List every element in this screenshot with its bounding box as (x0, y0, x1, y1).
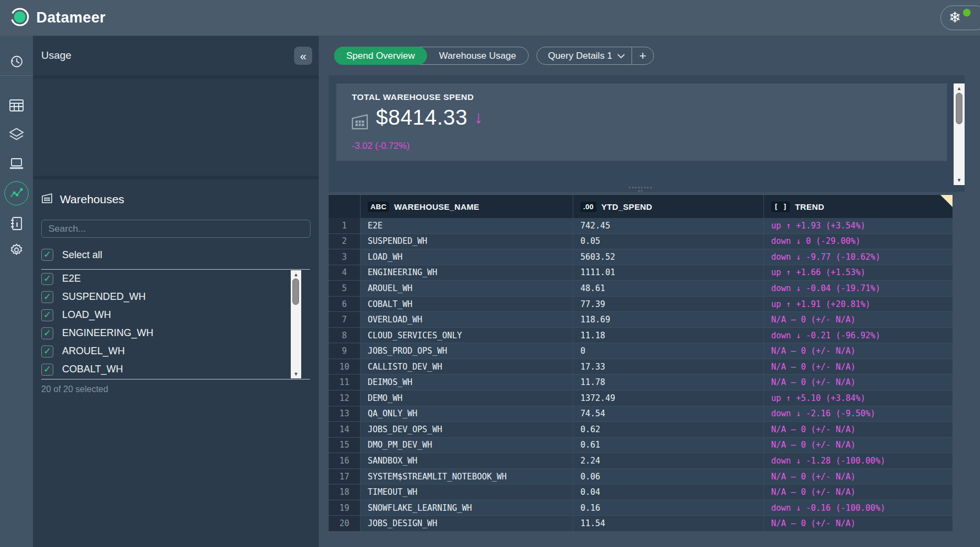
table-row[interactable]: 10 CALLISTO_DEV_WH 17.33 N/A – 0 (+/- N/… (329, 359, 953, 375)
table-row[interactable]: 2 SUSPENDED_WH 0.05 down ↓ 0 (-29.00%) (329, 234, 953, 250)
panel-scrollbar[interactable]: ▲ ▼ (954, 83, 965, 185)
table-row[interactable]: 18 TIMEOUT_WH 0.04 N/A – 0 (+/- N/A) (329, 484, 953, 500)
trend-cell[interactable]: N/A – 0 (+/- N/A) (764, 422, 953, 437)
ytd-spend-cell[interactable]: 17.33 (573, 359, 764, 375)
ytd-spend-cell[interactable]: 0.16 (573, 500, 764, 516)
trend-cell[interactable]: up ↑ +1.91 (+20.81%) (764, 297, 953, 312)
warehouse-list-item[interactable]: ✓ LOAD_WH (41, 306, 310, 324)
tab-warehouse-usage[interactable]: Warehouse Usage (427, 51, 528, 62)
ytd-spend-cell[interactable]: 5603.52 (573, 249, 764, 265)
warehouse-name-cell[interactable]: CLOUD_SERVICES_ONLY (361, 328, 573, 343)
ytd-spend-cell[interactable]: 77.39 (573, 297, 764, 312)
datasets-icon[interactable] (0, 93, 33, 118)
warehouse-name-cell[interactable]: SYSTEM$STREAMLIT_NOTEBOOK_WH (361, 469, 573, 484)
ytd-spend-cell[interactable]: 0.06 (573, 469, 764, 484)
ytd-spend-cell[interactable]: 742.45 (573, 218, 764, 233)
trend-cell[interactable]: down ↓ -1.28 (-100.00%) (764, 453, 953, 468)
sidebar-nav-item[interactable] (41, 146, 319, 170)
warehouse-name-cell[interactable]: AROUEL_WH (361, 281, 573, 296)
trend-cell[interactable]: N/A – 0 (+/- N/A) (764, 516, 953, 531)
ytd-spend-cell[interactable]: 74.54 (573, 406, 764, 422)
warehouse-name-cell[interactable]: JOBS_DESIGN_WH (361, 516, 573, 531)
trend-cell[interactable]: N/A – 0 (+/- N/A) (764, 484, 953, 500)
table-row[interactable]: 3 LOAD_WH 5603.52 down ↓ -9.77 (-10.62%) (329, 249, 953, 265)
trend-cell[interactable]: N/A – 0 (+/- N/A) (764, 359, 953, 375)
warehouse-search-input[interactable] (41, 220, 311, 238)
add-tab-button[interactable]: + (632, 49, 654, 63)
trend-cell[interactable]: down ↓ 0 (-29.00%) (764, 234, 953, 249)
panel-resize-handle[interactable] (628, 187, 652, 192)
ytd-spend-cell[interactable]: 2.24 (573, 453, 764, 468)
table-row[interactable]: 19 SNOWFLAKE_LEARNING_WH 0.16 down ↓ -0.… (329, 500, 953, 516)
ytd-spend-cell[interactable]: 48.61 (573, 281, 764, 296)
ytd-spend-cell[interactable]: 0.05 (573, 234, 764, 249)
trend-cell[interactable]: down ↓ -0.16 (-100.00%) (764, 500, 953, 516)
history-icon[interactable] (0, 49, 33, 74)
column-header-trend[interactable]: [ ] TREND (764, 195, 953, 218)
ytd-spend-cell[interactable]: 11.54 (573, 516, 764, 531)
scrollbar-thumb[interactable] (956, 93, 962, 124)
warehouse-list-item[interactable]: ✓ E2E (41, 270, 310, 288)
trend-cell[interactable]: N/A – 0 (+/- N/A) (764, 312, 953, 327)
notebook-icon[interactable] (0, 211, 33, 236)
scroll-up-icon[interactable]: ▲ (291, 272, 301, 277)
warehouse-list-item[interactable]: ✓ COBALT_WH (41, 360, 310, 378)
warehouse-name-cell[interactable]: OVERLOAD_WH (361, 312, 573, 327)
table-row[interactable]: 6 COBALT_WH 77.39 up ↑ +1.91 (+20.81%) (329, 297, 953, 312)
trend-cell[interactable]: N/A – 0 (+/- N/A) (764, 469, 953, 484)
warehouse-name-cell[interactable]: SANDBOX_WH (361, 453, 573, 468)
trend-cell[interactable]: up ↑ +1.93 (+3.54%) (764, 218, 953, 233)
column-header-warehouse-name[interactable]: ABC WAREHOUSE_NAME (361, 195, 573, 218)
warehouse-list-item[interactable]: ✓ AROUEL_WH (41, 342, 310, 360)
table-row[interactable]: 15 DMO_PM_DEV_WH 0.61 N/A – 0 (+/- N/A) (329, 438, 953, 454)
scroll-down-icon[interactable]: ▼ (954, 177, 965, 183)
ytd-spend-cell[interactable]: 0.62 (573, 422, 764, 437)
table-row[interactable]: 17 SYSTEM$STREAMLIT_NOTEBOOK_WH 0.06 N/A… (329, 469, 953, 485)
analytics-icon-active[interactable] (0, 181, 33, 205)
ytd-spend-cell[interactable]: 11.18 (573, 328, 764, 343)
ytd-spend-cell[interactable]: 1111.01 (573, 265, 764, 281)
ytd-spend-cell[interactable]: 0.61 (573, 438, 764, 453)
ytd-spend-cell[interactable]: 0.04 (573, 484, 764, 500)
select-all-checkbox[interactable]: ✓ (41, 249, 53, 261)
warehouse-checkbox[interactable]: ✓ (41, 291, 53, 303)
warehouse-name-cell[interactable]: JOBS_PROD_OPS_WH (361, 343, 573, 359)
scrollbar-thumb[interactable] (292, 278, 299, 305)
table-row[interactable]: 9 JOBS_PROD_OPS_WH 0 N/A – 0 (+/- N/A) (329, 343, 953, 359)
table-row[interactable]: 16 SANDBOX_WH 2.24 down ↓ -1.28 (-100.00… (329, 453, 953, 469)
table-row[interactable]: 7 OVERLOAD_WH 118.69 N/A – 0 (+/- N/A) (329, 312, 953, 328)
table-row[interactable]: 4 ENGINEERING_WH 1111.01 up ↑ +1.66 (+1.… (329, 265, 953, 281)
table-row[interactable]: 5 AROUEL_WH 48.61 down ↓ -0.04 (-19.71%) (329, 281, 953, 297)
ytd-spend-cell[interactable]: 1372.49 (573, 390, 764, 406)
layers-icon[interactable] (0, 122, 33, 147)
table-row[interactable]: 1 E2E 742.45 up ↑ +1.93 (+3.54%) (329, 218, 953, 234)
column-header-ytd-spend[interactable]: .00 YTD_SPEND (573, 195, 764, 218)
table-row[interactable]: 14 JOBS_DEV_OPS_WH 0.62 N/A – 0 (+/- N/A… (329, 422, 953, 438)
warehouse-checkbox[interactable]: ✓ (41, 309, 53, 321)
warehouse-checkbox[interactable]: ✓ (41, 327, 53, 339)
warehouse-name-cell[interactable]: SUSPENDED_WH (361, 234, 573, 249)
warehouse-name-cell[interactable]: CALLISTO_DEV_WH (361, 359, 573, 375)
settings-gear-icon[interactable] (0, 238, 33, 262)
trend-cell[interactable]: down ↓ -0.04 (-19.71%) (764, 281, 953, 296)
warehouse-name-cell[interactable]: LOAD_WH (361, 249, 573, 265)
scroll-up-icon[interactable]: ▲ (954, 86, 965, 91)
ytd-spend-cell[interactable]: 0 (573, 343, 764, 359)
warehouse-name-cell[interactable]: QA_ONLY_WH (361, 406, 573, 422)
trend-cell[interactable]: N/A – 0 (+/- N/A) (764, 438, 953, 453)
warehouse-name-cell[interactable]: E2E (361, 218, 573, 233)
table-row[interactable]: 20 JOBS_DESIGN_WH 11.54 N/A – 0 (+/- N/A… (329, 516, 953, 532)
trend-cell[interactable]: N/A – 0 (+/- N/A) (764, 343, 953, 359)
warehouse-name-cell[interactable]: DEMO_WH (361, 390, 573, 406)
trend-cell[interactable]: down ↓ -9.77 (-10.62%) (764, 249, 953, 265)
devices-icon[interactable] (0, 152, 33, 176)
tab-spend-overview[interactable]: Spend Overview (334, 47, 427, 65)
warehouse-list-item[interactable]: ✓ SUSPENDED_WH (41, 288, 310, 306)
trend-cell[interactable]: N/A – 0 (+/- N/A) (764, 375, 953, 390)
warehouse-list-scrollbar[interactable]: ▲ ▼ (291, 270, 301, 378)
warehouse-name-cell[interactable]: DMO_PM_DEV_WH (361, 438, 573, 453)
trend-cell[interactable]: down ↓ -2.16 (-9.50%) (764, 406, 953, 422)
warehouse-name-cell[interactable]: SNOWFLAKE_LEARNING_WH (361, 500, 573, 516)
snowflake-connection-button[interactable]: ❄ (940, 5, 980, 30)
warehouse-name-cell[interactable]: JOBS_DEV_OPS_WH (361, 422, 573, 437)
